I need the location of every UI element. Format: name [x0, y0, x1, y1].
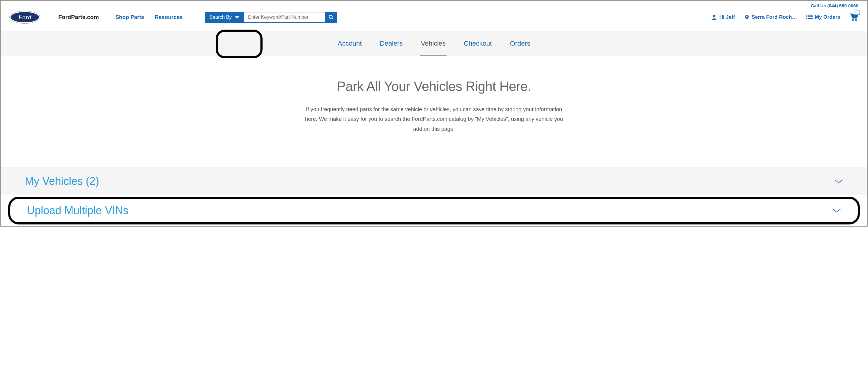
user-account-link[interactable]: Hi Jeff — [711, 14, 735, 21]
search-bar: Search By — [205, 12, 337, 23]
header-right: Hi Jeff Serra Ford Roch… My Orders 1 — [711, 13, 858, 21]
svg-point-10 — [852, 19, 854, 21]
svg-point-11 — [855, 19, 857, 21]
svg-point-0 — [329, 15, 332, 19]
tab-orders[interactable]: Orders — [510, 39, 530, 48]
my-orders-label: My Orders — [815, 14, 840, 20]
cart-count-badge: 1 — [856, 10, 860, 15]
search-button[interactable] — [326, 12, 337, 23]
dealer-name: Serra Ford Roch… — [752, 14, 797, 20]
tab-account[interactable]: Account — [338, 39, 362, 48]
svg-rect-4 — [806, 15, 807, 16]
list-icon — [806, 14, 813, 20]
accordion-upload-vins-title: Upload Multiple VINs — [27, 204, 128, 217]
svg-rect-9 — [808, 18, 813, 19]
ford-logo[interactable]: Ford — [10, 11, 40, 23]
svg-rect-6 — [806, 16, 807, 17]
hero-section: Park All Your Vehicles Right Here. If yo… — [1, 56, 867, 167]
svg-rect-5 — [808, 15, 813, 16]
chevron-down-icon — [832, 208, 841, 213]
tab-checkout[interactable]: Checkout — [464, 39, 492, 48]
page-title: Park All Your Vehicles Right Here. — [13, 79, 855, 94]
location-pin-icon — [744, 14, 750, 21]
primary-nav: Shop Parts Resources — [116, 14, 183, 21]
accordion-my-vehicles-title: My Vehicles (2) — [25, 175, 99, 188]
search-by-dropdown[interactable]: Search By — [205, 12, 244, 23]
search-icon — [329, 14, 334, 20]
user-greeting: Hi Jeff — [719, 14, 735, 20]
tab-dealers[interactable]: Dealers — [380, 39, 403, 48]
search-input[interactable] — [244, 12, 326, 23]
my-orders-link[interactable]: My Orders — [806, 14, 840, 20]
search-by-label: Search By — [209, 14, 232, 20]
header: Ford FordParts.com Shop Parts Resources … — [1, 8, 867, 31]
svg-point-3 — [746, 16, 747, 18]
svg-rect-7 — [808, 16, 813, 17]
nav-resources[interactable]: Resources — [155, 14, 183, 21]
chevron-down-icon — [235, 16, 240, 19]
call-us-link[interactable]: Call Us (844) 589-0060 — [811, 3, 858, 8]
svg-point-2 — [713, 15, 715, 17]
annotation-highlight-tab — [216, 30, 262, 58]
dealer-link[interactable]: Serra Ford Roch… — [744, 14, 797, 21]
ford-logo-text: Ford — [18, 13, 31, 21]
user-icon — [711, 14, 717, 21]
account-tabs: Account Dealers Vehicles Checkout Orders — [1, 31, 867, 56]
page-description: If you frequently need parts for the sam… — [304, 104, 564, 134]
accordion-my-vehicles[interactable]: My Vehicles (2) — [1, 167, 867, 195]
svg-rect-8 — [806, 18, 807, 19]
logo-divider — [49, 12, 49, 22]
accordion-upload-vins[interactable]: Upload Multiple VINs — [8, 197, 860, 224]
svg-line-1 — [332, 18, 333, 19]
chevron-down-icon — [834, 179, 843, 184]
nav-shop-parts[interactable]: Shop Parts — [116, 14, 144, 21]
cart-button[interactable]: 1 — [849, 13, 858, 21]
tab-vehicles[interactable]: Vehicles — [421, 39, 446, 48]
site-name[interactable]: FordParts.com — [58, 14, 99, 21]
